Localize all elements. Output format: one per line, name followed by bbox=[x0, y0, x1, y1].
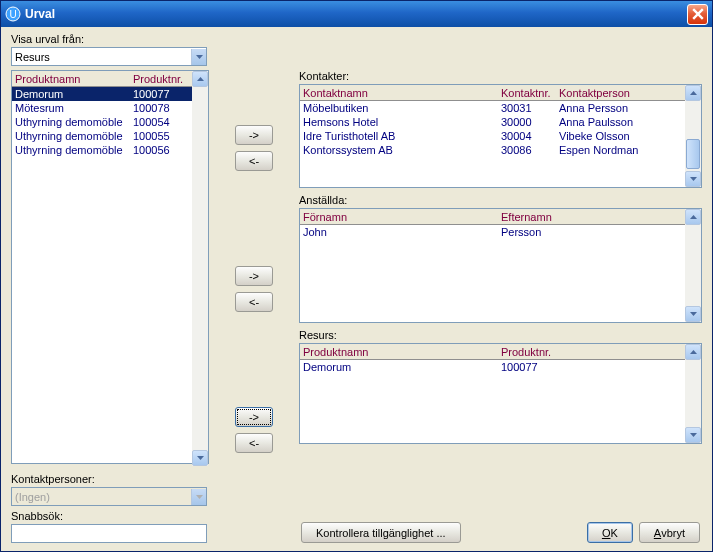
list-item[interactable]: Uthyrning demomöble 100054 bbox=[12, 115, 208, 129]
table-row[interactable]: JohnPersson bbox=[300, 225, 701, 239]
scroll-up-icon[interactable] bbox=[192, 71, 208, 87]
right-column: Kontakter: Kontaktnamn Kontaktnr. Kontak… bbox=[299, 70, 702, 543]
add-kontakter-button[interactable]: -> bbox=[235, 125, 273, 145]
resurs-label: Resurs: bbox=[299, 329, 702, 341]
scrollbar[interactable] bbox=[685, 209, 701, 322]
kontaktpersoner-value: (Ingen) bbox=[15, 491, 191, 503]
close-button[interactable] bbox=[687, 4, 708, 25]
list-item[interactable]: Uthyrning demomöble 100055 bbox=[12, 129, 208, 143]
scrollbar[interactable] bbox=[685, 85, 701, 187]
left-column: Produktnamn Produktnr. Demorum 100077 Mö… bbox=[11, 70, 209, 543]
list-item[interactable]: Demorum 100077 bbox=[12, 87, 208, 101]
window-title: Urval bbox=[25, 7, 687, 21]
kontaktpersoner-dropdown[interactable]: (Ingen) bbox=[11, 487, 207, 506]
col-produktnr: Produktnr. bbox=[130, 73, 188, 85]
col-produktnr: Produktnr. bbox=[498, 346, 701, 358]
snabbsok-input[interactable] bbox=[11, 524, 207, 543]
kontrollera-button[interactable]: Kontrollera tillgänglighet ... bbox=[301, 522, 461, 543]
kontakter-list[interactable]: Kontaktnamn Kontaktnr. Kontaktperson Möb… bbox=[299, 84, 702, 188]
dialog-content: Visa urval från: Resurs Produktnamn Prod… bbox=[1, 27, 712, 551]
urval-dialog: U Urval Visa urval från: Resurs Produktn… bbox=[0, 0, 713, 552]
list-item[interactable]: Uthyrning demomöble 100056 bbox=[12, 143, 208, 157]
table-row[interactable]: Kontorssystem AB30086Espen Nordman bbox=[300, 143, 701, 157]
titlebar: U Urval bbox=[1, 1, 712, 27]
table-row[interactable]: Idre Turisthotell AB30004Vibeke Olsson bbox=[300, 129, 701, 143]
scrollbar[interactable] bbox=[685, 344, 701, 443]
table-row[interactable]: Hemsons Hotel30000Anna Paulsson bbox=[300, 115, 701, 129]
transfer-buttons-column: -> <- -> <- -> <- bbox=[209, 70, 299, 543]
remove-anstallda-button[interactable]: <- bbox=[235, 292, 273, 312]
col-kontaktnamn: Kontaktnamn bbox=[300, 87, 498, 99]
source-dropdown[interactable]: Resurs bbox=[11, 47, 207, 66]
scroll-up-icon[interactable] bbox=[685, 85, 701, 101]
add-resurs-button[interactable]: -> bbox=[235, 407, 273, 427]
scroll-down-icon[interactable] bbox=[685, 306, 701, 322]
col-produktnamn: Produktnamn bbox=[12, 73, 130, 85]
add-anstallda-button[interactable]: -> bbox=[235, 266, 273, 286]
avbryt-button[interactable]: Avbryt bbox=[639, 522, 700, 543]
list-item[interactable]: Mötesrum 100078 bbox=[12, 101, 208, 115]
resurs-list[interactable]: Produktnamn Produktnr. Demorum100077 bbox=[299, 343, 702, 444]
remove-kontakter-button[interactable]: <- bbox=[235, 151, 273, 171]
chevron-down-icon bbox=[191, 489, 206, 505]
table-row[interactable]: Möbelbutiken30031Anna Persson bbox=[300, 101, 701, 115]
col-kontaktnr: Kontaktnr. bbox=[498, 87, 556, 99]
col-kontaktperson: Kontaktperson bbox=[556, 87, 701, 99]
scroll-down-icon[interactable] bbox=[192, 450, 208, 466]
svg-text:U: U bbox=[9, 9, 16, 20]
scroll-up-icon[interactable] bbox=[685, 209, 701, 225]
col-efternamn: Efternamn bbox=[498, 211, 701, 223]
source-label: Visa urval från: bbox=[11, 33, 702, 45]
source-list-header: Produktnamn Produktnr. bbox=[12, 71, 208, 87]
scroll-down-icon[interactable] bbox=[685, 427, 701, 443]
source-list-body: Demorum 100077 Mötesrum 100078 Uthyrning… bbox=[12, 87, 208, 463]
kontaktpersoner-label: Kontaktpersoner: bbox=[11, 473, 209, 485]
anstallda-label: Anställda: bbox=[299, 194, 702, 206]
kontakter-label: Kontakter: bbox=[299, 70, 702, 82]
snabbsok-label: Snabbsök: bbox=[11, 510, 209, 522]
source-list[interactable]: Produktnamn Produktnr. Demorum 100077 Mö… bbox=[11, 70, 209, 464]
table-row[interactable]: Demorum100077 bbox=[300, 360, 701, 374]
remove-resurs-button[interactable]: <- bbox=[235, 433, 273, 453]
source-dropdown-value: Resurs bbox=[15, 51, 191, 63]
anstallda-list[interactable]: Förnamn Efternamn JohnPersson bbox=[299, 208, 702, 323]
col-produktnamn: Produktnamn bbox=[300, 346, 498, 358]
ok-button[interactable]: OK bbox=[587, 522, 633, 543]
scrollbar[interactable] bbox=[192, 71, 208, 466]
col-fornamn: Förnamn bbox=[300, 211, 498, 223]
app-icon: U bbox=[5, 6, 21, 22]
scroll-down-icon[interactable] bbox=[685, 171, 701, 187]
scroll-up-icon[interactable] bbox=[685, 344, 701, 360]
chevron-down-icon bbox=[191, 49, 206, 65]
